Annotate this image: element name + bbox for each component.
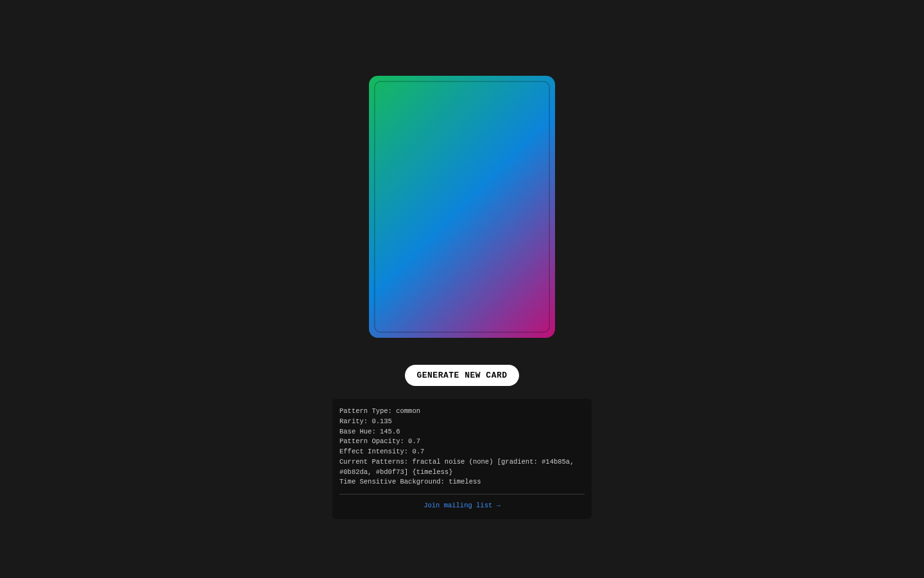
generate-new-card-button[interactable]: GENERATE NEW CARD — [405, 365, 518, 386]
card-inner-border — [374, 81, 550, 333]
button-row: GENERATE NEW CARD — [405, 365, 518, 386]
mailing-list-link[interactable]: Join mailing list → — [339, 501, 585, 511]
info-panel: Pattern Type: common Rarity: 0.135 Base … — [332, 399, 592, 519]
info-divider — [339, 494, 585, 495]
info-text: Pattern Type: common Rarity: 0.135 Base … — [339, 407, 585, 487]
generated-card — [369, 76, 555, 338]
stage: GENERATE NEW CARD Pattern Type: common R… — [0, 0, 924, 578]
